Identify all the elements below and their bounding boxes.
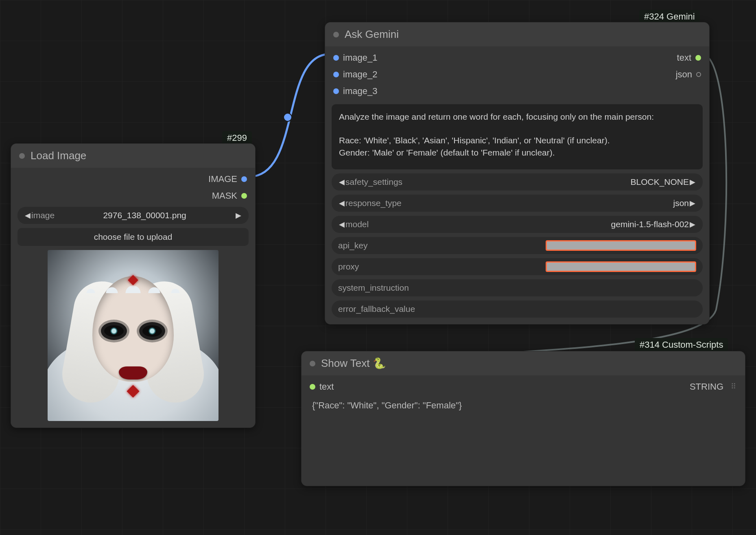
image-filename-widget[interactable]: ◀ image 2976_138_00001.png ▶ bbox=[17, 207, 249, 224]
output-port-text[interactable]: text bbox=[676, 50, 701, 65]
output-port-json[interactable]: json bbox=[676, 67, 701, 81]
output-port-string[interactable]: ⠿ STRING bbox=[690, 379, 737, 394]
input-port-image-1[interactable]: image_1 bbox=[333, 50, 377, 65]
node-title: Load Image bbox=[31, 149, 86, 162]
widget-label: response_type bbox=[345, 198, 402, 208]
port-label: STRING bbox=[690, 379, 723, 394]
model-widget[interactable]: ◀ model gemini-1.5-flash-002 ▶ bbox=[332, 216, 703, 233]
safety-settings-widget[interactable]: ◀ safety_settings BLOCK_NONE ▶ bbox=[332, 173, 703, 191]
widget-value: gemini-1.5-flash-002 bbox=[369, 219, 689, 229]
port-label: image_3 bbox=[343, 84, 377, 98]
input-port-image-3[interactable]: image_3 bbox=[333, 84, 377, 98]
image-preview[interactable] bbox=[48, 250, 218, 421]
chevron-right-icon[interactable]: ▶ bbox=[235, 211, 242, 220]
widget-label: image bbox=[31, 210, 55, 220]
port-dot-icon bbox=[333, 88, 339, 94]
chevron-left-icon[interactable]: ◀ bbox=[338, 199, 345, 208]
port-label: IMAGE bbox=[208, 172, 237, 186]
widget-value: BLOCK_NONE bbox=[402, 177, 689, 187]
port-label: text bbox=[319, 379, 334, 394]
port-dot-icon bbox=[695, 55, 701, 61]
port-dot-icon bbox=[241, 176, 247, 182]
input-port-text[interactable]: text bbox=[310, 379, 334, 394]
node-load-image[interactable]: Load Image IMAGE MASK ◀ image bbox=[11, 143, 256, 428]
widget-label: model bbox=[345, 219, 369, 229]
field-label: system_instruction bbox=[338, 283, 409, 293]
node-title: Ask Gemini bbox=[345, 28, 399, 41]
node-show-text[interactable]: Show Text 🐍 text ⠿ STRING {"Race": "Whit bbox=[301, 351, 745, 486]
port-dot-icon bbox=[333, 55, 339, 61]
choose-file-button[interactable]: choose file to upload bbox=[17, 228, 249, 246]
prompt-textarea[interactable]: Analyze the image and return one word fo… bbox=[332, 104, 703, 169]
widget-value: json bbox=[402, 198, 689, 208]
field-label: api_key bbox=[338, 241, 367, 250]
chevron-left-icon[interactable]: ◀ bbox=[338, 220, 345, 229]
port-label: json bbox=[676, 67, 692, 81]
chevron-left-icon[interactable]: ◀ bbox=[338, 178, 345, 186]
node-title: Show Text 🐍 bbox=[321, 357, 386, 370]
output-port-mask[interactable]: MASK bbox=[208, 189, 247, 203]
node-badge-custom-scripts: #314 Custom-Scripts bbox=[635, 338, 728, 352]
chevron-left-icon[interactable]: ◀ bbox=[24, 211, 31, 220]
show-text-output[interactable]: {"Race": "White", "Gender": "Female"} bbox=[308, 394, 739, 483]
node-badge-gemini: #324 Gemini bbox=[639, 10, 700, 24]
output-port-image[interactable]: IMAGE bbox=[208, 172, 247, 186]
input-port-image-2[interactable]: image_2 bbox=[333, 67, 377, 81]
widget-value: 2976_138_00001.png bbox=[58, 210, 232, 220]
widget-label: safety_settings bbox=[345, 177, 402, 187]
system-instruction-field[interactable]: system_instruction bbox=[332, 279, 703, 296]
port-label: image_1 bbox=[343, 50, 377, 65]
port-dot-icon bbox=[310, 384, 315, 390]
response-type-widget[interactable]: ◀ response_type json ▶ bbox=[332, 195, 703, 212]
collapse-dot-icon[interactable] bbox=[310, 361, 315, 366]
port-dot-icon bbox=[241, 193, 247, 199]
chevron-right-icon[interactable]: ▶ bbox=[689, 178, 696, 186]
field-label: error_fallback_value bbox=[338, 304, 415, 314]
proxy-redacted bbox=[546, 261, 696, 272]
api-key-redacted bbox=[546, 240, 696, 251]
node-header[interactable]: Load Image bbox=[11, 144, 255, 168]
port-label: MASK bbox=[212, 189, 237, 203]
field-label: proxy bbox=[338, 262, 359, 272]
error-fallback-field[interactable]: error_fallback_value bbox=[332, 300, 703, 318]
node-ask-gemini[interactable]: Ask Gemini image_1 image_2 image_3 bbox=[325, 22, 710, 325]
svg-point-0 bbox=[284, 113, 292, 121]
collapse-dot-icon[interactable] bbox=[333, 32, 339, 37]
node-header[interactable]: Ask Gemini bbox=[325, 22, 709, 46]
chevron-right-icon[interactable]: ▶ bbox=[689, 199, 696, 208]
port-label: image_2 bbox=[343, 67, 377, 81]
chevron-right-icon[interactable]: ▶ bbox=[689, 220, 696, 229]
node-header[interactable]: Show Text 🐍 bbox=[302, 351, 745, 375]
collapse-dot-icon[interactable] bbox=[19, 153, 25, 159]
proxy-field[interactable]: proxy bbox=[332, 258, 703, 275]
port-dot-icon bbox=[333, 72, 339, 77]
api-key-field[interactable]: api_key bbox=[332, 237, 703, 254]
port-dot-icon bbox=[696, 72, 701, 77]
grip-icon[interactable]: ⠿ bbox=[731, 381, 737, 392]
node-badge-load-image: #299 bbox=[222, 131, 252, 145]
port-label: text bbox=[677, 50, 691, 65]
